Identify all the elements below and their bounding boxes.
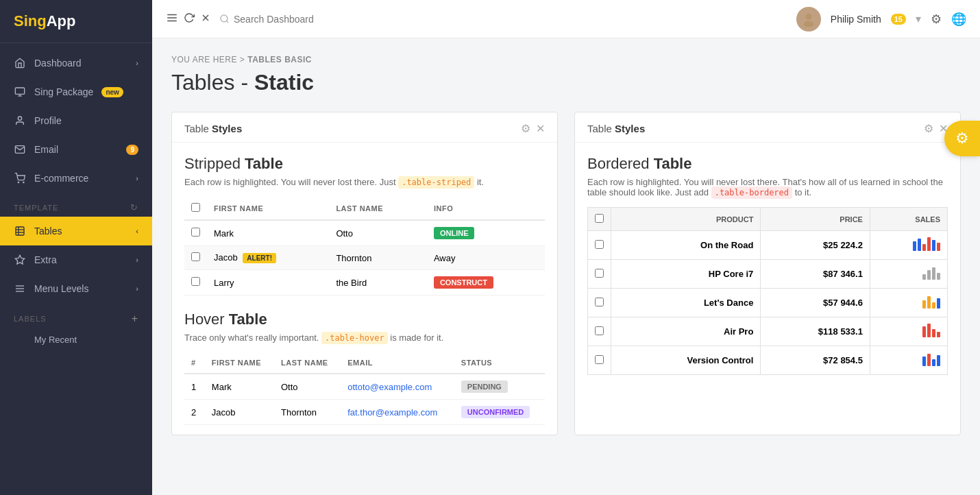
new-badge: new bbox=[101, 87, 123, 97]
user-badge: 15 bbox=[891, 14, 906, 25]
sidebar-label-menu-levels: Menu Levels bbox=[34, 283, 88, 294]
box-icon bbox=[14, 86, 26, 98]
row-checkbox[interactable] bbox=[595, 326, 604, 335]
table-row: Jacob ALERT! Thornton Away bbox=[184, 246, 545, 270]
search-area bbox=[219, 14, 788, 25]
sidebar-item-sing-package[interactable]: Sing Package new bbox=[0, 77, 152, 106]
row-checkbox[interactable] bbox=[595, 240, 604, 249]
cell-firstname: Larry bbox=[207, 270, 329, 295]
bordered-table-desc: Each row is highlighted. You will never … bbox=[587, 177, 948, 197]
cell-product: Let's Dance bbox=[611, 289, 761, 317]
sidebar-label-extra: Extra bbox=[34, 254, 57, 265]
bordered-table-title: Bordered Table bbox=[587, 155, 948, 173]
row-checkbox[interactable] bbox=[191, 228, 200, 237]
chevron-icon: › bbox=[136, 59, 138, 67]
email-link[interactable]: ottoto@example.com bbox=[347, 382, 432, 392]
chevron-icon: › bbox=[136, 285, 138, 293]
add-label-icon[interactable]: + bbox=[132, 313, 138, 325]
cell-lastname: Otto bbox=[329, 220, 427, 246]
gear-icon[interactable]: ⚙ bbox=[931, 12, 942, 27]
sidebar-item-extra[interactable]: Extra › bbox=[0, 245, 152, 274]
mail-icon bbox=[14, 143, 26, 156]
left-card-body: Stripped Table Each row is highlighted. … bbox=[172, 143, 557, 435]
card-close-icon[interactable]: ✕ bbox=[536, 122, 545, 135]
user-icon bbox=[14, 114, 26, 127]
card-actions: ⚙ ✕ bbox=[924, 122, 948, 135]
cell-lastname: Thornton bbox=[329, 246, 427, 270]
sidebar-item-my-recent[interactable]: My Recent bbox=[0, 329, 152, 350]
row-checkbox[interactable] bbox=[595, 269, 604, 278]
row-checkbox[interactable] bbox=[595, 355, 604, 364]
card-gear-icon[interactable]: ⚙ bbox=[521, 122, 530, 135]
select-all-checkbox[interactable] bbox=[595, 214, 604, 223]
svg-marker-10 bbox=[15, 255, 24, 264]
right-card-body: Bordered Table Each row is highlighted. … bbox=[575, 143, 960, 385]
row-checkbox[interactable] bbox=[595, 298, 604, 306]
menu-icon bbox=[14, 282, 26, 295]
cell-price: $118 533.1 bbox=[761, 317, 870, 346]
email-link[interactable]: fat.thor@example.com bbox=[347, 407, 437, 418]
sidebar-item-menu-levels[interactable]: Menu Levels › bbox=[0, 274, 152, 303]
sidebar-item-tables[interactable]: Tables ‹ bbox=[0, 217, 152, 245]
svg-point-5 bbox=[23, 182, 24, 182]
mini-bar-chart bbox=[913, 237, 940, 251]
search-input[interactable] bbox=[234, 14, 371, 25]
select-all-checkbox[interactable] bbox=[191, 203, 200, 212]
user-dropdown-icon[interactable]: ▾ bbox=[916, 12, 921, 25]
floating-gear-icon: ⚙ bbox=[955, 130, 969, 147]
code-tag-striped: .table-striped bbox=[398, 176, 474, 189]
sidebar-label-profile: Profile bbox=[34, 115, 62, 126]
sidebar-item-profile[interactable]: Profile bbox=[0, 106, 152, 135]
card-gear-icon[interactable]: ⚙ bbox=[924, 122, 933, 135]
cell-sales bbox=[870, 317, 947, 346]
topbar-icons bbox=[166, 12, 211, 27]
floating-gear-button[interactable]: ⚙ bbox=[944, 121, 980, 156]
right-card-header: Table Styles ⚙ ✕ bbox=[575, 112, 960, 143]
table-row: 2 Jacob Thornton fat.thor@example.com Un… bbox=[184, 400, 545, 425]
bordered-table: PRODUCT PRICE SALES On the Road$25 224.2… bbox=[587, 207, 948, 375]
svg-point-19 bbox=[221, 15, 228, 22]
sidebar-label-tables: Tables bbox=[34, 226, 62, 237]
col-lastname: LAST NAME bbox=[329, 197, 427, 220]
status-badge: Pending bbox=[461, 381, 508, 393]
page-content: YOU ARE HERE > Tables Basic Tables - Sta… bbox=[152, 38, 980, 495]
table-row: Larry the Bird Construct bbox=[184, 270, 545, 295]
cell-product: Air Pro bbox=[611, 317, 761, 346]
cell-info: Construct bbox=[427, 270, 545, 295]
sidebar-item-email[interactable]: Email 9 bbox=[0, 135, 152, 164]
cards-row: Table Styles ⚙ ✕ Stripped Table Each row… bbox=[171, 112, 961, 435]
left-card-title: Table Styles bbox=[184, 123, 242, 134]
refresh-icon[interactable] bbox=[184, 12, 195, 26]
col-firstname: FIRST NAME bbox=[207, 197, 329, 220]
sidebar: SingApp Dashboard › Sing Package new bbox=[0, 0, 152, 495]
table-row: HP Core i7$87 346.1 bbox=[588, 260, 948, 289]
table-row: On the Road$25 224.2 bbox=[588, 231, 948, 260]
sidebar-item-dashboard[interactable]: Dashboard › bbox=[0, 49, 152, 77]
sidebar-item-ecommerce[interactable]: E-commerce › bbox=[0, 164, 152, 193]
row-checkbox[interactable] bbox=[191, 252, 200, 261]
close-icon[interactable] bbox=[200, 12, 211, 26]
home-icon bbox=[14, 57, 26, 69]
stripped-table-title: Stripped Table bbox=[184, 155, 545, 173]
hover-table-section: Hover Table Trace only what's really imp… bbox=[184, 311, 545, 425]
cell-firstname: Mark bbox=[207, 220, 329, 246]
refresh-icon: ↻ bbox=[130, 202, 138, 213]
col-checkbox bbox=[184, 197, 207, 220]
cell-sales bbox=[870, 231, 947, 260]
cell-sales bbox=[870, 346, 947, 375]
sidebar-label-ecommerce: E-commerce bbox=[34, 173, 88, 184]
sidebar-label-dashboard: Dashboard bbox=[34, 58, 82, 69]
globe-icon[interactable]: 🌐 bbox=[951, 12, 966, 27]
left-card-header: Table Styles ⚙ ✕ bbox=[172, 112, 557, 143]
topbar: Philip Smith 15 ▾ ⚙ 🌐 bbox=[152, 0, 980, 38]
cell-price: $25 224.2 bbox=[761, 231, 870, 260]
cell-price: $72 854.5 bbox=[761, 346, 870, 375]
hamburger-icon[interactable] bbox=[166, 12, 178, 27]
row-checkbox[interactable] bbox=[191, 277, 200, 286]
app-logo: SingApp bbox=[0, 0, 152, 43]
table-row: Version Control$72 854.5 bbox=[588, 346, 948, 375]
status-badge: Construct bbox=[434, 276, 493, 289]
cell-product: On the Road bbox=[611, 231, 761, 260]
svg-line-20 bbox=[226, 21, 228, 23]
mini-bar-chart bbox=[922, 266, 940, 280]
